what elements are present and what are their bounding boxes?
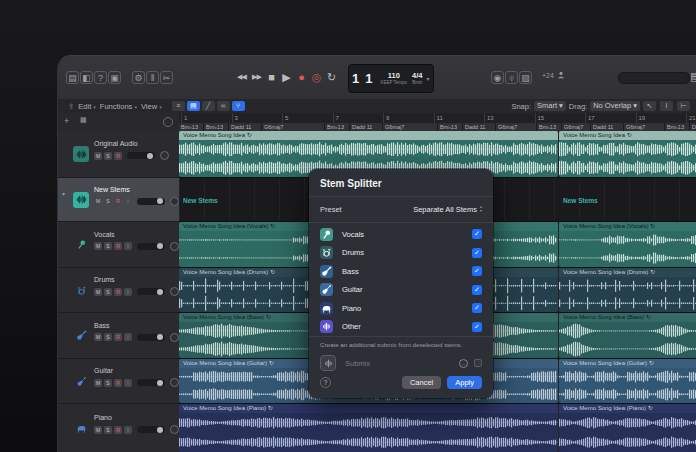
lcd-display[interactable]: 1 1 110 KEEP Tempo 4/4 Bmin ▾ [348,64,434,93]
cancel-button[interactable]: Cancel [402,376,441,389]
r-button[interactable]: R [114,379,122,387]
list-view-icon[interactable]: ▤ [688,68,696,84]
s-button[interactable]: S [104,197,112,205]
audio-region[interactable]: Voice Memo Song Idea (Guitar) ↻ [559,359,696,403]
drag-select[interactable]: No Overlap ▾ [590,101,640,111]
i-button[interactable]: I [124,242,132,250]
remove-submix-button[interactable]: − [459,359,468,368]
i-button[interactable]: I [124,379,132,387]
m-button[interactable]: M [94,197,102,205]
volume-knob[interactable] [157,427,163,433]
lcd-chevron-icon[interactable]: ▾ [427,75,430,82]
add-track-button[interactable]: + [64,116,69,126]
volume-slider[interactable] [137,426,165,433]
library-icon[interactable]: ▤ [66,71,79,84]
track-header-vocals[interactable]: VocalsMSRI [58,222,179,268]
pan-knob[interactable] [170,425,179,434]
i-button[interactable]: I [124,333,132,341]
chord-cell[interactable]: Bm♭13 [438,123,462,131]
stem-row-vocals[interactable]: Vocals✓ [309,225,493,244]
volume-knob[interactable] [147,153,153,159]
submix-checkbox[interactable] [474,359,482,367]
chord-cell[interactable]: G6maj7 [624,123,664,131]
pointer-tool-icon[interactable]: ↖ [643,101,656,111]
automation-button[interactable]: ╱ [202,101,215,111]
stem-checkbox[interactable]: ✓ [472,322,482,332]
edit-menu[interactable]: Edit ▾ [78,102,96,111]
i-button[interactable]: I [124,197,132,205]
volume-knob[interactable] [157,289,163,295]
loop-range-button[interactable]: ∞ [217,101,230,111]
volume-knob[interactable] [157,198,163,204]
r-button[interactable]: R [114,197,122,205]
chord-cell[interactable]: G6maj7 [496,123,536,131]
pan-knob[interactable] [170,287,179,296]
r-button[interactable]: R [114,426,122,434]
s-button[interactable]: S [104,333,112,341]
track-header-original-audio[interactable]: Original AudioMSR [58,131,179,178]
track-header-piano[interactable]: PianoMSRI [58,404,179,452]
audio-region[interactable]: Voice Memo Song Idea (Vocals) ↻ [559,222,696,267]
stem-checkbox[interactable]: ✓ [472,229,482,239]
stem-row-other[interactable]: Other✓ [309,318,493,337]
master-volume-slider[interactable] [618,72,690,84]
volume-slider[interactable] [127,152,155,159]
snap-select[interactable]: Smart ▾ [534,101,566,111]
chord-cell[interactable]: Bm♭13 [537,123,561,131]
m-button[interactable]: M [94,379,102,387]
stem-checkbox[interactable]: ✓ [472,285,482,295]
pan-knob[interactable] [170,378,179,387]
r-button[interactable]: R [114,333,122,341]
pan-knob[interactable] [160,151,169,160]
stem-splitter-button[interactable]: ⑂ [232,101,245,111]
cycle-button[interactable]: ↻ [324,69,339,85]
help-button[interactable]: ? [320,377,331,388]
disclosure-chevron-icon[interactable]: ▾ [62,190,65,197]
pan-knob[interactable] [170,242,179,251]
chord-cell[interactable]: Dadd 11 [591,123,623,131]
apply-button[interactable]: Apply [447,376,482,389]
m-button[interactable]: M [94,242,102,250]
count-in-icon[interactable]: ▧ [519,71,532,84]
volume-slider[interactable] [137,198,165,205]
inspector-icon[interactable]: ◧ [80,71,93,84]
volume-knob[interactable] [157,243,163,249]
chord-cell[interactable]: Bm♭13 [325,123,349,131]
track-header-bass[interactable]: BassMSRI [58,313,179,359]
stem-checkbox[interactable]: ✓ [472,248,482,258]
editors-icon[interactable]: ✂ [160,71,173,84]
s-button[interactable]: S [104,426,112,434]
audio-region[interactable]: Voice Memo Song Idea (Piano) ↻ [179,404,558,452]
chord-cell[interactable]: Dadd 11 [463,123,495,131]
s-button[interactable]: S [104,152,112,160]
preset-select[interactable]: Separate All Stems ▴▾ [413,205,482,214]
rewind-button[interactable]: ◀◀ [234,69,249,85]
fade-tool-icon[interactable]: ⊢ [677,101,690,111]
chord-cell[interactable]: Bm♭13 [665,123,689,131]
chord-cell[interactable]: Dadd 11 [229,123,261,131]
chord-cell[interactable]: Dadd 11 [350,123,382,131]
volume-knob[interactable] [157,334,163,340]
view-menu[interactable]: View ▾ [141,102,162,111]
track-header-guitar[interactable]: GuitarMSRI [58,359,179,404]
replace-icon[interactable]: ◉ [491,71,504,84]
i-button[interactable]: I [124,426,132,434]
m-button[interactable]: M [94,152,102,160]
header-gain-knob[interactable] [163,117,173,127]
stem-row-guitar[interactable]: Guitar✓ [309,281,493,300]
quick-help-icon[interactable]: ? [94,71,107,84]
i-button[interactable]: I [124,288,132,296]
lcd-tempo[interactable]: 110 KEEP Tempo [380,72,407,85]
chord-cell[interactable]: Dadd 11 [690,123,696,131]
catch-playhead-icon[interactable]: ⇪ [68,102,74,111]
functions-menu[interactable]: Functions ▾ [100,102,137,111]
m-button[interactable]: M [94,288,102,296]
volume-slider[interactable] [137,379,165,386]
chord-track[interactable]: Bm♭13Bm♭13Dadd 11G6maj7Bm♭13Dadd 11G6maj… [179,123,696,131]
audio-region[interactable]: Voice Memo Song Idea (Piano) ↻ [559,404,696,452]
collaboration-badge[interactable]: +24 [542,71,565,79]
grid-view-button[interactable]: ≡ [172,101,185,111]
volume-slider[interactable] [137,243,165,250]
fast-forward-button[interactable]: ▶▶ [249,69,264,85]
s-button[interactable]: S [104,288,112,296]
